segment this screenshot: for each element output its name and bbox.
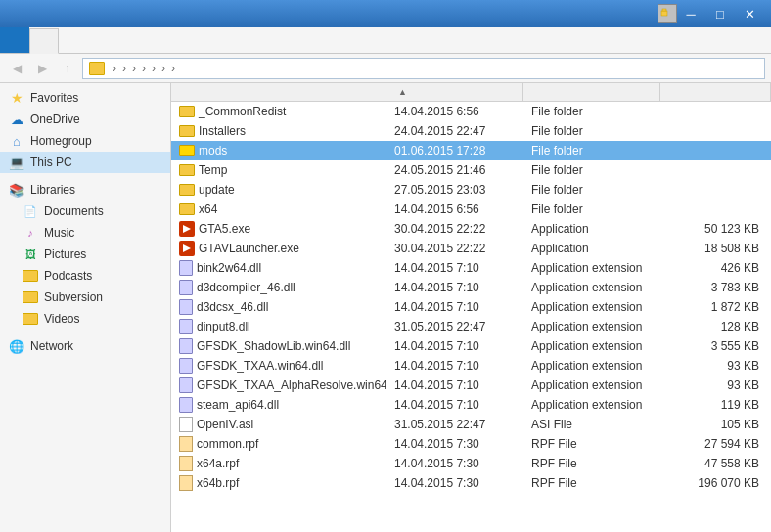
table-row[interactable]: GFSDK_TXAA_AlphaResolve.win64.dll 14.04.… bbox=[171, 376, 771, 395]
dll-icon bbox=[179, 338, 193, 354]
table-row[interactable]: update 27.05.2015 23:03 File folder bbox=[171, 180, 771, 200]
tab-share[interactable] bbox=[59, 27, 88, 53]
rpf-icon bbox=[179, 456, 193, 471]
file-name: _CommonRedist bbox=[199, 105, 286, 118]
cell-size: 426 KB bbox=[660, 260, 771, 276]
table-row[interactable]: x64b.rpf 14.04.2015 7:30 RPF File 196 07… bbox=[171, 473, 771, 493]
cell-date: 14.04.2015 7:10 bbox=[386, 377, 523, 393]
libraries-icon: 📚 bbox=[8, 182, 25, 198]
cell-name: update bbox=[171, 182, 386, 198]
network-icon: 🌐 bbox=[8, 338, 25, 354]
sidebar-item-libraries[interactable]: 📚 Libraries bbox=[0, 179, 170, 200]
table-row[interactable]: steam_api64.dll 14.04.2015 7:10 Applicat… bbox=[171, 395, 771, 415]
table-row[interactable]: mods 01.06.2015 17:28 File folder bbox=[171, 141, 771, 160]
sidebar-label-libraries: Libraries bbox=[30, 183, 75, 197]
cell-date: 14.04.2015 7:30 bbox=[386, 436, 523, 452]
table-row[interactable]: d3dcompiler_46.dll 14.04.2015 7:10 Appli… bbox=[171, 278, 771, 297]
address-path[interactable]: › › › › › › › bbox=[82, 58, 765, 79]
cell-date: 30.04.2015 22:22 bbox=[386, 221, 523, 237]
title-bar-left bbox=[652, 4, 677, 23]
col-header-type[interactable] bbox=[523, 83, 660, 101]
cell-type: Application bbox=[523, 221, 660, 237]
col-header-date[interactable]: ▲ bbox=[386, 83, 523, 101]
file-name: OpenIV.asi bbox=[197, 418, 253, 431]
cell-type: File folder bbox=[523, 104, 660, 119]
close-button[interactable]: ✕ bbox=[736, 3, 763, 24]
sidebar-label-subversion: Subversion bbox=[44, 290, 103, 304]
cell-type: File folder bbox=[523, 201, 660, 217]
table-row[interactable]: dinput8.dll 31.05.2015 22:47 Application… bbox=[171, 317, 771, 336]
cell-type: Application extension bbox=[523, 338, 660, 354]
path-folder-icon bbox=[89, 62, 105, 75]
table-row[interactable]: x64 14.04.2015 6:56 File folder bbox=[171, 200, 771, 219]
cell-date: 14.04.2015 7:10 bbox=[386, 280, 523, 295]
table-row[interactable]: common.rpf 14.04.2015 7:30 RPF File 27 5… bbox=[171, 434, 771, 454]
window-icon bbox=[658, 4, 677, 23]
cell-name: steam_api64.dll bbox=[171, 396, 386, 414]
back-button[interactable]: ◀ bbox=[6, 58, 27, 79]
sidebar-item-favorites[interactable]: ★ Favorites bbox=[0, 87, 170, 109]
address-bar: ◀ ▶ ↑ › › › › › › › bbox=[0, 54, 771, 83]
col-header-size[interactable] bbox=[660, 83, 771, 101]
sidebar-item-subversion[interactable]: Subversion bbox=[0, 287, 170, 308]
asi-icon bbox=[179, 417, 193, 432]
table-row[interactable]: GTA5.exe 30.04.2015 22:22 Application 50… bbox=[171, 219, 771, 239]
sidebar-item-onedrive[interactable]: ☁ OneDrive bbox=[0, 109, 170, 130]
minimize-button[interactable]: ─ bbox=[677, 3, 704, 24]
sidebar-item-pictures[interactable]: 🖼 Pictures bbox=[0, 244, 170, 265]
table-row[interactable]: d3dcsx_46.dll 14.04.2015 7:10 Applicatio… bbox=[171, 297, 771, 317]
cell-name: Installers bbox=[171, 123, 386, 139]
up-button[interactable]: ↑ bbox=[57, 58, 78, 79]
dll-icon bbox=[179, 319, 193, 334]
tab-view[interactable] bbox=[88, 27, 117, 53]
table-row[interactable]: OpenIV.asi 31.05.2015 22:47 ASI File 105… bbox=[171, 415, 771, 434]
file-list-container: ▲ _CommonRedist 14.04.2015 6:56 File fol… bbox=[171, 83, 771, 532]
file-name: GFSDK_ShadowLib.win64.dll bbox=[197, 339, 350, 353]
dll-icon bbox=[179, 397, 193, 413]
cell-size: 128 KB bbox=[660, 319, 771, 334]
cell-size: 1 872 KB bbox=[660, 299, 771, 315]
tab-file[interactable] bbox=[0, 27, 29, 53]
table-row[interactable]: GFSDK_TXAA.win64.dll 14.04.2015 7:10 App… bbox=[171, 356, 771, 376]
cell-name: d3dcompiler_46.dll bbox=[171, 279, 386, 296]
cell-size bbox=[660, 130, 771, 132]
tab-home[interactable] bbox=[29, 28, 59, 54]
folder-icon bbox=[179, 106, 195, 117]
cell-date: 30.04.2015 22:22 bbox=[386, 241, 523, 256]
sidebar-item-homegroup[interactable]: ⌂ Homegroup bbox=[0, 130, 170, 152]
sidebar-item-podcasts[interactable]: Podcasts bbox=[0, 265, 170, 287]
cell-size: 18 508 KB bbox=[660, 241, 771, 256]
table-row[interactable]: _CommonRedist 14.04.2015 6:56 File folde… bbox=[171, 102, 771, 121]
file-name: update bbox=[199, 183, 235, 197]
col-header-name[interactable] bbox=[171, 83, 386, 101]
table-row[interactable]: GFSDK_ShadowLib.win64.dll 14.04.2015 7:1… bbox=[171, 336, 771, 356]
sidebar-label-thispc: This PC bbox=[30, 155, 72, 169]
sidebar: ★ Favorites ☁ OneDrive ⌂ Homegroup 💻 Thi… bbox=[0, 83, 171, 532]
cell-name: dinput8.dll bbox=[171, 318, 386, 335]
table-row[interactable]: x64a.rpf 14.04.2015 7:30 RPF File 47 558… bbox=[171, 454, 771, 473]
cell-name: GTAVLauncher.exe bbox=[171, 240, 386, 257]
cell-date: 14.04.2015 6:56 bbox=[386, 104, 523, 119]
cell-name: GFSDK_TXAA_AlphaResolve.win64.dll bbox=[171, 377, 386, 394]
cell-size: 47 558 KB bbox=[660, 456, 771, 471]
sidebar-item-music[interactable]: ♪ Music bbox=[0, 222, 170, 244]
table-row[interactable]: Installers 24.04.2015 22:47 File folder bbox=[171, 121, 771, 141]
file-name: dinput8.dll bbox=[197, 320, 250, 333]
cell-name: x64 bbox=[171, 201, 386, 217]
table-row[interactable]: GTAVLauncher.exe 30.04.2015 22:22 Applic… bbox=[171, 239, 771, 258]
maximize-button[interactable]: □ bbox=[706, 3, 734, 24]
sidebar-item-documents[interactable]: 📄 Documents bbox=[0, 200, 170, 222]
sidebar-item-network[interactable]: 🌐 Network bbox=[0, 335, 170, 357]
sidebar-item-videos[interactable]: Videos bbox=[0, 308, 170, 330]
sidebar-item-thispc[interactable]: 💻 This PC bbox=[0, 152, 170, 173]
folder-icon bbox=[179, 125, 195, 137]
svg-rect-1 bbox=[662, 9, 666, 11]
file-name: Temp bbox=[199, 163, 227, 177]
table-row[interactable]: Temp 24.05.2015 21:46 File folder bbox=[171, 160, 771, 180]
cell-type: Application extension bbox=[523, 377, 660, 393]
table-row[interactable]: bink2w64.dll 14.04.2015 7:10 Application… bbox=[171, 258, 771, 278]
forward-button[interactable]: ▶ bbox=[31, 58, 53, 79]
cell-size: 3 783 KB bbox=[660, 280, 771, 295]
cell-size bbox=[660, 111, 771, 112]
cell-size: 119 KB bbox=[660, 397, 771, 413]
